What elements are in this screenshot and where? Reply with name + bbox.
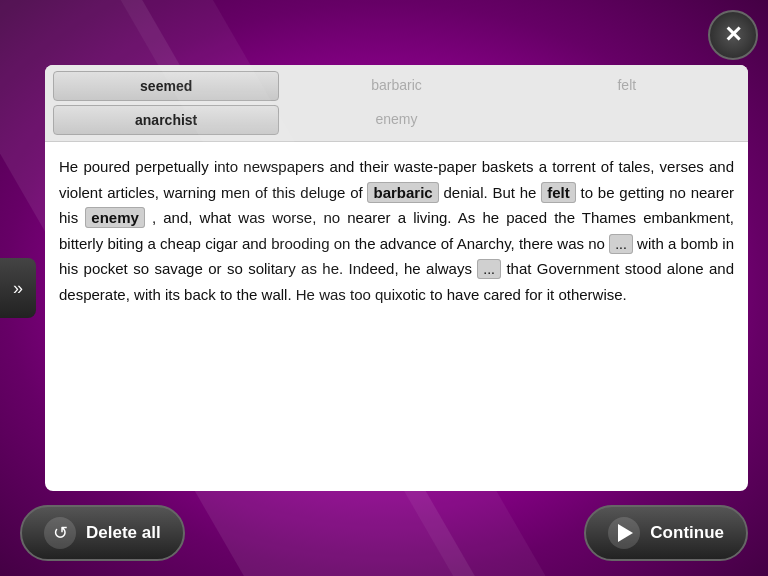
delete-all-label: Delete all bbox=[86, 523, 161, 543]
close-icon: ✕ bbox=[724, 24, 742, 46]
word-highlight-barbaric[interactable]: barbaric bbox=[367, 182, 438, 203]
word-button-seemed[interactable]: seemed bbox=[53, 71, 279, 101]
word-button-barbaric[interactable]: barbaric bbox=[283, 71, 509, 101]
word-ellipsis-1[interactable]: ... bbox=[609, 234, 633, 254]
arrow-icon: » bbox=[13, 278, 23, 299]
continue-button[interactable]: Continue bbox=[584, 505, 748, 561]
text-segment-4: , and, what was worse, no nearer a livin… bbox=[59, 209, 734, 252]
word-buttons-area: seemed barbaric felt anarchist enemy bbox=[45, 65, 748, 142]
word-highlight-felt[interactable]: felt bbox=[541, 182, 576, 203]
word-button-anarchist[interactable]: anarchist bbox=[53, 105, 279, 135]
delete-icon: ↺ bbox=[44, 517, 76, 549]
word-button-felt[interactable]: felt bbox=[514, 71, 740, 101]
word-button-enemy[interactable]: enemy bbox=[283, 105, 509, 135]
passage-text: He poured perpetually into newspapers an… bbox=[45, 142, 748, 491]
continue-icon bbox=[608, 517, 640, 549]
close-button[interactable]: ✕ bbox=[708, 10, 758, 60]
word-button-empty bbox=[514, 105, 740, 135]
word-ellipsis-2[interactable]: ... bbox=[477, 259, 501, 279]
text-segment-2: denial. But he bbox=[443, 184, 536, 201]
bottom-bar: ↺ Delete all Continue bbox=[20, 505, 748, 561]
back-arrow-button[interactable]: » bbox=[0, 258, 36, 318]
main-card: seemed barbaric felt anarchist enemy He … bbox=[45, 65, 748, 491]
delete-all-button[interactable]: ↺ Delete all bbox=[20, 505, 185, 561]
word-highlight-enemy[interactable]: enemy bbox=[85, 207, 145, 228]
continue-label: Continue bbox=[650, 523, 724, 543]
